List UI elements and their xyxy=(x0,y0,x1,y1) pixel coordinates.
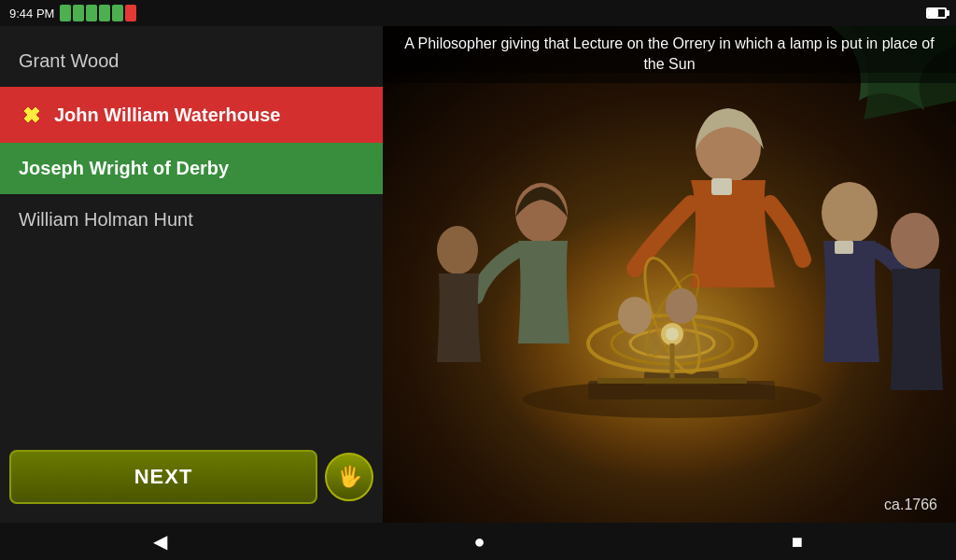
next-button[interactable]: NEXT xyxy=(9,450,317,504)
answer-joseph-wright[interactable]: Joseph Wright of Derby xyxy=(0,143,383,194)
answer-john-william-waterhouse[interactable]: John William Waterhouse xyxy=(0,87,383,143)
hand-icon: 🖐 xyxy=(337,465,362,489)
status-bar: 9:44 PM xyxy=(0,0,956,26)
wrong-icon xyxy=(19,102,45,128)
battery-bar-1 xyxy=(60,5,71,21)
answer-label-wright: Joseph Wright of Derby xyxy=(19,158,229,179)
battery-bars xyxy=(60,5,136,21)
battery-bar-5 xyxy=(112,5,123,21)
back-button[interactable]: ◀ xyxy=(134,526,186,556)
battery-bar-2 xyxy=(73,5,84,21)
painting-canvas xyxy=(383,26,956,523)
svg-marker-0 xyxy=(24,107,39,122)
next-btn-container: NEXT 🖐 xyxy=(9,450,373,504)
battery-icon xyxy=(926,7,947,19)
answer-label-grant-wood: Grant Wood xyxy=(19,50,119,72)
battery-fill xyxy=(928,9,938,17)
battery-bar-4 xyxy=(99,5,110,21)
home-button[interactable]: ● xyxy=(455,527,503,556)
answer-grant-wood[interactable]: Grant Wood xyxy=(0,35,383,87)
painting-svg xyxy=(383,26,956,523)
status-left: 9:44 PM xyxy=(9,5,136,21)
hint-button[interactable]: 🖐 xyxy=(325,453,373,501)
main-layout: Grant Wood John William Waterhouse Josep… xyxy=(0,26,956,523)
right-panel: A Philosopher giving that Lecture on the… xyxy=(383,26,956,523)
recents-button[interactable]: ■ xyxy=(773,527,822,556)
nav-bar: ◀ ● ■ xyxy=(0,523,956,560)
answer-label-waterhouse: John William Waterhouse xyxy=(54,105,280,126)
battery-bar-6 xyxy=(125,5,136,21)
x-mark-svg xyxy=(19,102,45,128)
svg-rect-25 xyxy=(383,26,956,523)
answer-label-hunt: William Holman Hunt xyxy=(19,209,193,231)
battery-bar-3 xyxy=(86,5,97,21)
painting-title: A Philosopher giving that Lecture on the… xyxy=(383,26,956,83)
painting-year: ca.1766 xyxy=(884,497,937,513)
status-right xyxy=(926,7,947,19)
time-display: 9:44 PM xyxy=(9,7,54,21)
left-panel: Grant Wood John William Waterhouse Josep… xyxy=(0,26,383,523)
answer-william-holman-hunt[interactable]: William Holman Hunt xyxy=(0,194,383,245)
